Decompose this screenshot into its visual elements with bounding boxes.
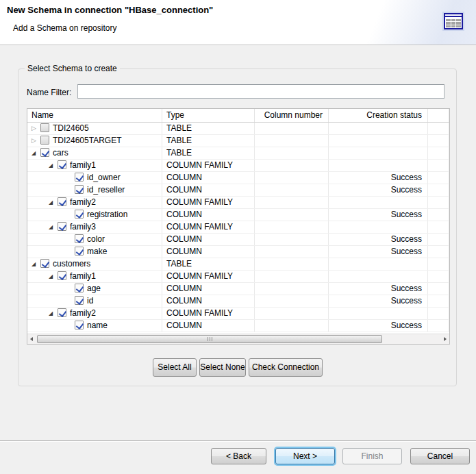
cell-creation-status — [329, 160, 428, 171]
row-checkbox[interactable] — [58, 308, 66, 317]
scrollbar-thumb[interactable] — [37, 335, 382, 343]
cell-type: TABLE — [162, 135, 255, 147]
table-row[interactable]: idCOLUMNSuccess — [27, 295, 449, 308]
table-row[interactable]: ageCOLUMNSuccess — [27, 283, 449, 295]
cell-creation-status: Success — [329, 283, 428, 295]
next-button[interactable]: Next > — [275, 448, 335, 464]
cell-creation-status: Success — [329, 234, 428, 245]
cell-column-number — [255, 308, 329, 319]
collapse-arrow-icon[interactable]: ◢ — [49, 160, 58, 171]
table-row[interactable]: ◢family2COLUMN FAMILY — [27, 308, 449, 320]
collapse-arrow-icon[interactable]: ◢ — [49, 221, 58, 233]
table-grid-icon-cells — [446, 19, 461, 27]
row-label: family2 — [70, 308, 96, 318]
cell-empty — [428, 184, 449, 196]
horizontal-scrollbar[interactable] — [27, 334, 449, 344]
scroll-right-arrow-button[interactable] — [440, 334, 449, 344]
row-label: customers — [53, 259, 90, 269]
cell-creation-status: Success — [329, 209, 428, 221]
expand-arrow-icon[interactable]: ▷ — [32, 135, 40, 147]
row-checkbox[interactable] — [58, 197, 66, 206]
row-checkbox[interactable] — [58, 271, 66, 280]
row-checkbox[interactable] — [75, 284, 84, 292]
cell-creation-status — [329, 197, 428, 208]
column-header-name[interactable]: Name — [27, 109, 162, 122]
cell-name: ◢family2 — [27, 197, 162, 208]
table-row[interactable]: ▷TDI24605TABLE — [27, 123, 449, 135]
row-checkbox[interactable] — [58, 160, 66, 169]
cell-creation-status: Success — [329, 172, 428, 184]
schema-tree-table: Name Type Column number Creation status … — [27, 108, 450, 345]
row-checkbox[interactable] — [40, 148, 49, 157]
table-row[interactable]: ◢family1COLUMN FAMILY — [27, 160, 449, 172]
cell-empty — [428, 246, 449, 258]
table-row[interactable]: ◢family2COLUMN FAMILY — [27, 197, 449, 209]
cell-creation-status: Success — [329, 184, 428, 196]
table-row[interactable]: ▷TDI24605TARGETTABLE — [27, 135, 449, 147]
finish-button[interactable]: Finish — [342, 448, 402, 464]
back-button[interactable]: < Back — [211, 448, 266, 464]
table-row[interactable]: ◢carsTABLE — [27, 147, 449, 160]
column-header-type[interactable]: Type — [162, 109, 255, 122]
name-filter-input[interactable] — [77, 84, 444, 99]
cell-type: COLUMN — [162, 209, 255, 221]
cell-name: ▷TDI24605 — [27, 123, 162, 134]
cell-column-number — [255, 234, 329, 245]
cell-creation-status — [329, 271, 428, 282]
cell-column-number — [255, 172, 329, 184]
table-row[interactable]: makeCOLUMNSuccess — [27, 246, 449, 258]
cell-column-number — [255, 295, 329, 307]
collapse-arrow-icon[interactable]: ◢ — [49, 271, 58, 282]
cell-type: COLUMN FAMILY — [162, 271, 255, 282]
row-label: cars — [53, 148, 68, 158]
check-connection-button[interactable]: Check Connection — [249, 358, 323, 377]
collapse-arrow-icon[interactable]: ◢ — [49, 197, 58, 208]
cell-creation-status: Success — [329, 320, 428, 332]
table-row[interactable]: id_resellerCOLUMNSuccess — [27, 184, 449, 197]
row-checkbox[interactable] — [75, 247, 84, 255]
cancel-button[interactable]: Cancel — [410, 448, 470, 464]
table-row[interactable]: id_ownerCOLUMNSuccess — [27, 172, 449, 184]
column-header-column-number[interactable]: Column number — [255, 109, 329, 122]
wizard-subtitle: Add a Schema on repository — [13, 23, 116, 33]
scroll-left-arrow-button[interactable] — [27, 334, 36, 344]
expand-arrow-icon[interactable]: ▷ — [32, 123, 40, 134]
select-none-button[interactable]: Select None — [199, 358, 246, 377]
table-row[interactable]: ◢customersTABLE — [27, 258, 449, 271]
cell-name: ◢family1 — [27, 160, 162, 171]
cell-type: TABLE — [162, 147, 255, 159]
row-checkbox[interactable] — [75, 185, 84, 194]
table-header-row: Name Type Column number Creation status — [27, 109, 449, 123]
row-checkbox[interactable] — [75, 210, 84, 219]
table-row[interactable]: nameCOLUMNSuccess — [27, 320, 449, 332]
row-checkbox[interactable] — [75, 321, 84, 329]
scroll-left-arrow-icon — [30, 337, 33, 341]
row-checkbox[interactable] — [75, 296, 84, 305]
cell-column-number — [255, 184, 329, 196]
row-label: TDI24605 — [53, 123, 89, 133]
table-row[interactable]: ◢family3COLUMN FAMILY — [27, 221, 449, 234]
column-header-creation-status[interactable]: Creation status — [329, 109, 428, 122]
table-row[interactable]: registrationCOLUMNSuccess — [27, 209, 449, 221]
row-label: age — [87, 284, 101, 293]
row-label: id — [87, 296, 93, 305]
table-row[interactable]: ◢family1COLUMN FAMILY — [27, 271, 449, 283]
cell-empty — [428, 123, 449, 134]
collapse-arrow-icon[interactable]: ◢ — [32, 258, 40, 270]
cell-column-number — [255, 283, 329, 295]
collapse-arrow-icon[interactable]: ◢ — [49, 308, 58, 319]
table-row[interactable]: colorCOLUMNSuccess — [27, 234, 449, 246]
scrollbar-track[interactable] — [36, 334, 440, 344]
cell-name: age — [27, 283, 162, 295]
row-checkbox[interactable] — [40, 123, 49, 132]
table-grid-icon — [444, 13, 463, 29]
row-checkbox[interactable] — [75, 173, 84, 182]
row-checkbox[interactable] — [40, 136, 49, 145]
row-checkbox[interactable] — [75, 234, 84, 243]
cell-creation-status — [329, 147, 428, 159]
row-label: family1 — [70, 271, 96, 281]
collapse-arrow-icon[interactable]: ◢ — [32, 147, 40, 159]
select-all-button[interactable]: Select All — [153, 358, 197, 377]
row-checkbox[interactable] — [40, 259, 49, 268]
row-checkbox[interactable] — [58, 222, 66, 231]
